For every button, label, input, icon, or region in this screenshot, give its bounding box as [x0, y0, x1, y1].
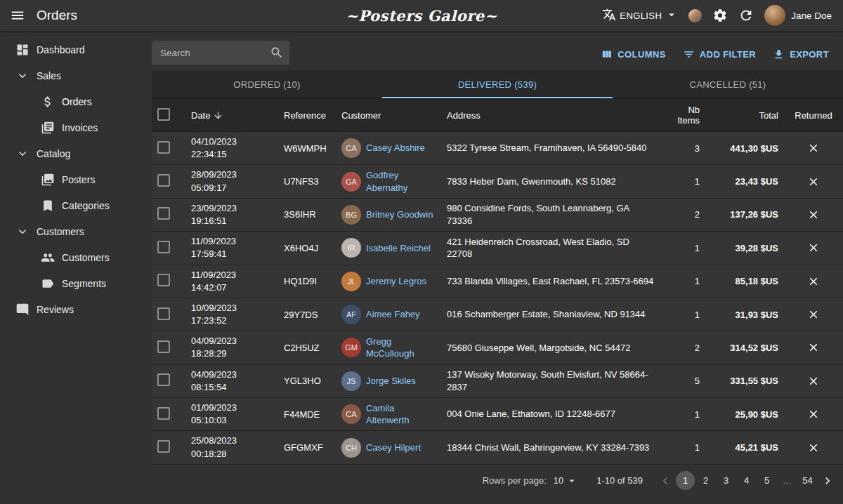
- next-page-button[interactable]: [818, 474, 837, 488]
- select-all-checkbox[interactable]: [157, 108, 170, 121]
- order-reference-cell: 3S6IHR: [278, 198, 336, 231]
- dollar-icon: [41, 95, 55, 109]
- table-row[interactable]: 28/09/2023 05:09:17 U7NFS3 GA Godfrey Ab…: [152, 165, 843, 198]
- add-filter-button[interactable]: ADD FILTER: [677, 45, 762, 64]
- customer-link[interactable]: CA Casey Abshire: [341, 138, 436, 158]
- customer-link[interactable]: BG Britney Goodwin: [341, 205, 436, 225]
- nb-items-cell: 1: [660, 431, 705, 464]
- order-reference-cell: 29Y7DS: [278, 298, 336, 331]
- returned-false-icon: [807, 242, 820, 253]
- customer-link[interactable]: JS Jorge Skiles: [341, 371, 436, 391]
- total-cell: 441,30 $US: [705, 132, 784, 165]
- menu-icon[interactable]: [10, 8, 25, 23]
- customer-link[interactable]: GA Godfrey Abernathy: [341, 169, 436, 194]
- customer-link[interactable]: IR Isabelle Reichel: [341, 238, 436, 258]
- table-row[interactable]: 04/09/2023 18:28:29 C2H5UZ GM Gregg McCu…: [152, 331, 843, 364]
- translate-icon: [602, 8, 616, 24]
- order-address-cell: 18344 Christ Wall, Bahringerview, KY 332…: [441, 431, 660, 464]
- row-checkbox[interactable]: [157, 207, 170, 220]
- rows-per-page-select[interactable]: 10: [554, 475, 578, 487]
- order-address-cell: 980 Considine Fords, South Leannaberg, G…: [441, 198, 660, 231]
- total-cell: 23,43 $US: [705, 165, 784, 198]
- main-content: COLUMNS ADD FILTER EXPORT ORDERED (10) D…: [152, 31, 843, 504]
- order-reference-cell: GFGMXF: [278, 431, 336, 464]
- page-number-button[interactable]: 3: [717, 471, 736, 490]
- row-checkbox[interactable]: [157, 307, 170, 320]
- export-button[interactable]: EXPORT: [767, 45, 835, 64]
- customer-link[interactable]: AF Aimee Fahey: [341, 305, 436, 324]
- order-reference-cell: F44MDE: [278, 398, 336, 431]
- header-reference: Reference: [278, 99, 336, 132]
- table-row[interactable]: 04/09/2023 08:15:54 YGL3HO JS Jorge Skil…: [152, 364, 843, 397]
- search-input[interactable]: [152, 41, 289, 65]
- header-returned: Returned: [784, 99, 843, 132]
- nb-items-cell: 1: [660, 298, 705, 331]
- row-checkbox[interactable]: [157, 373, 170, 386]
- sidebar-item-categories[interactable]: Categories: [0, 192, 152, 218]
- orders-table-body: 04/10/2023 22:34:15 W6WMPH CA Casey Absh…: [152, 132, 843, 465]
- customer-avatar: JS: [341, 371, 361, 391]
- table-row[interactable]: 10/09/2023 17:23:52 29Y7DS AF Aimee Fahe…: [152, 298, 843, 331]
- row-checkbox[interactable]: [157, 440, 170, 453]
- settings-gear-icon[interactable]: [712, 8, 728, 23]
- status-tab[interactable]: ORDERED (10): [152, 70, 382, 98]
- sidebar-group-catalog[interactable]: Catalog: [0, 140, 152, 166]
- nb-items-cell: 2: [660, 198, 705, 231]
- page-number-button[interactable]: 1: [676, 471, 695, 490]
- order-address-cell: 016 Schamberger Estate, Shaniaview, ND 9…: [441, 298, 660, 331]
- user-menu[interactable]: Jane Doe: [764, 5, 832, 26]
- sidebar-item-invoices[interactable]: Invoices: [0, 114, 152, 140]
- customer-link[interactable]: CA Camila Altenwerth: [341, 402, 436, 427]
- customer-link[interactable]: GM Gregg McCullough: [341, 336, 436, 360]
- bookmark-icon: [41, 199, 55, 213]
- status-tab[interactable]: CANCELLED (51): [613, 70, 843, 98]
- header-customer: Customer: [336, 99, 441, 132]
- table-row[interactable]: 11/09/2023 17:59:41 X6HO4J IR Isabelle R…: [152, 232, 843, 265]
- table-row[interactable]: 25/08/2023 00:18:28 GFGMXF CH Casey Hilp…: [152, 431, 843, 464]
- page-number-button[interactable]: 4: [737, 471, 756, 490]
- row-checkbox[interactable]: [157, 174, 170, 187]
- language-label: ENGLISH: [620, 11, 662, 21]
- customer-avatar: IR: [341, 238, 361, 258]
- sidebar-item-orders[interactable]: Orders: [0, 88, 152, 114]
- customer-link[interactable]: JL Jeremy Legros: [341, 272, 436, 291]
- status-tab[interactable]: DELIVERED (539): [382, 70, 613, 98]
- row-checkbox[interactable]: [157, 274, 170, 286]
- page-number-button[interactable]: 2: [696, 471, 715, 490]
- sidebar-item-dashboard[interactable]: Dashboard: [0, 37, 152, 62]
- table-row[interactable]: 11/09/2023 14:42:07 HQ1D9I JL Jeremy Leg…: [152, 265, 843, 298]
- nb-items-cell: 2: [660, 331, 705, 364]
- sort-by-date[interactable]: Date: [191, 110, 273, 121]
- refresh-icon[interactable]: [738, 8, 754, 23]
- sidebar-group-sales[interactable]: Sales: [0, 62, 152, 88]
- table-row[interactable]: 04/10/2023 22:34:15 W6WMPH CA Casey Absh…: [152, 132, 843, 165]
- sidebar-group-customers[interactable]: Customers: [0, 218, 152, 244]
- row-checkbox[interactable]: [157, 241, 170, 253]
- sidebar-item-reviews[interactable]: Reviews: [0, 296, 152, 322]
- sidebar-item-customers[interactable]: Customers: [0, 244, 152, 270]
- row-checkbox[interactable]: [157, 141, 170, 154]
- returned-false-icon: [807, 342, 820, 352]
- page-number-button[interactable]: 54: [798, 471, 817, 490]
- columns-icon: [601, 48, 613, 60]
- customer-avatar: GM: [341, 338, 361, 357]
- customer-link[interactable]: CH Casey Hilpert: [341, 438, 436, 458]
- sidebar-item-posters[interactable]: Posters: [0, 166, 152, 192]
- page-number-button[interactable]: …: [778, 471, 797, 490]
- app-logo: ~Posters Galore~: [346, 7, 497, 25]
- row-checkbox[interactable]: [157, 340, 170, 353]
- language-selector[interactable]: ENGLISH: [602, 8, 678, 24]
- theme-icon[interactable]: [688, 9, 702, 22]
- row-checkbox[interactable]: [157, 407, 170, 420]
- header-total: Total: [705, 99, 784, 132]
- order-reference-cell: C2H5UZ: [278, 331, 336, 364]
- prev-page-button[interactable]: [655, 474, 675, 488]
- table-row[interactable]: 23/09/2023 19:16:51 3S6IHR BG Britney Go…: [152, 198, 843, 231]
- returned-false-icon: [807, 375, 820, 385]
- dashboard-icon: [15, 43, 30, 57]
- sidebar-item-segments[interactable]: Segments: [0, 270, 152, 296]
- order-date-cell: 23/09/2023 19:16:51: [185, 198, 278, 231]
- columns-button[interactable]: COLUMNS: [595, 45, 672, 64]
- page-number-button[interactable]: 5: [757, 471, 776, 490]
- table-row[interactable]: 01/09/2023 05:10:03 F44MDE CA Camila Alt…: [152, 398, 843, 431]
